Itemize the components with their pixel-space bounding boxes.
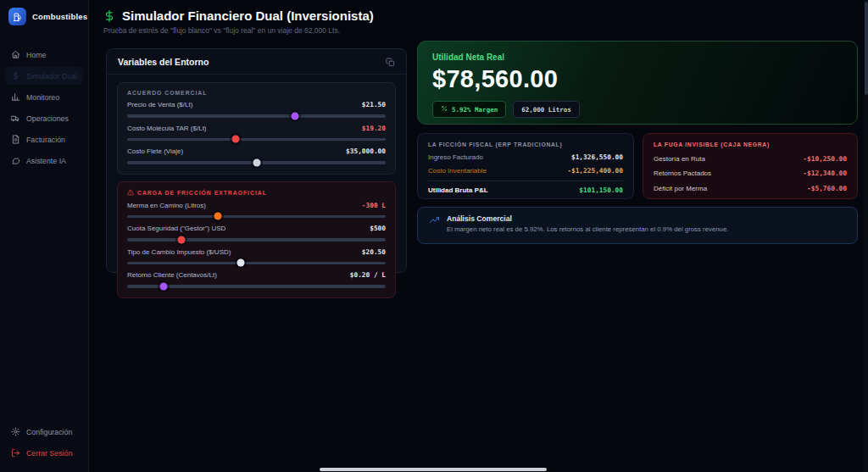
variables-panel-title: Variables del Entorno bbox=[118, 57, 209, 67]
metric-row: Ingreso Facturado$1,326,550.00 bbox=[428, 153, 623, 161]
sidebar: Combustibles HomeSimulador DualMonitoreo… bbox=[0, 0, 89, 472]
slider-group-title: ACUERDO COMERCIAL bbox=[127, 90, 386, 96]
slider-row: Costo Molécula TAR ($/Lt)$19.20 bbox=[127, 125, 386, 142]
slider-row: Retorno Cliente (Centavos/Lt)$0.20 / L bbox=[127, 271, 386, 288]
slider-label: Costo Molécula TAR ($/Lt) bbox=[127, 125, 207, 132]
chat-icon bbox=[11, 156, 20, 165]
metric-value: -$5,760.00 bbox=[807, 185, 847, 192]
scrollbar-thumb[interactable] bbox=[865, 2, 868, 95]
slider-thumb[interactable] bbox=[159, 282, 167, 290]
fuga-rows: Gestoría en Ruta-$10,250.00Retornos Pact… bbox=[654, 155, 847, 192]
gross-profit-label: Utilidad Bruta P&L bbox=[428, 186, 488, 194]
net-profit-label: Utilidad Neta Real bbox=[432, 53, 843, 62]
slider-label: Cuota Seguridad ("Gestor") USD bbox=[127, 225, 225, 232]
slider-thumb[interactable] bbox=[292, 112, 299, 119]
slider-thumb[interactable] bbox=[214, 213, 221, 220]
slider-value: $21.50 bbox=[362, 101, 386, 108]
brand-row: Combustibles bbox=[0, 0, 88, 37]
net-profit-card: Utilidad Neta Real $78,560.00 5.92% Marg… bbox=[417, 41, 858, 125]
slider-thumb[interactable] bbox=[178, 236, 186, 243]
metric-row: Déficit por Merma-$5,760.00 bbox=[654, 185, 847, 192]
slider-value: $20.50 bbox=[362, 248, 386, 256]
slider-track[interactable] bbox=[127, 285, 386, 288]
metric-row: Gestoría en Ruta-$10,250.00 bbox=[654, 155, 847, 163]
metric-row: Costo Inventariable-$1,225,400.00 bbox=[428, 167, 623, 175]
slider-track[interactable] bbox=[127, 215, 386, 219]
home-icon bbox=[11, 50, 20, 59]
margin-badge: 5.92% Margen bbox=[432, 101, 506, 118]
gross-profit-value: $101,150.00 bbox=[579, 186, 623, 194]
slider-row: Cuota Seguridad ("Gestor") USD$500 bbox=[127, 225, 386, 242]
home-indicator bbox=[320, 468, 547, 471]
metric-label: Déficit por Merma bbox=[654, 185, 707, 192]
slider-track[interactable] bbox=[127, 161, 386, 164]
analysis-body: El margen neto real es de 5.92%. Los ret… bbox=[447, 225, 728, 233]
analysis-title: Análisis Comercial bbox=[447, 214, 728, 223]
sidebar-nav: HomeSimulador DualMonitoreoOperacionesFa… bbox=[0, 37, 88, 178]
logout-icon bbox=[11, 448, 20, 458]
metric-value: -$12,340.00 bbox=[803, 169, 847, 177]
slider-group-0: ACUERDO COMERCIALPrecio de Venta ($/Lt)$… bbox=[117, 82, 396, 175]
percent-icon bbox=[441, 105, 448, 114]
liters-badge: 62,000 Litros bbox=[513, 101, 580, 118]
slider-value: $0.20 / L bbox=[350, 271, 386, 279]
metric-value: $1,326,550.00 bbox=[571, 153, 623, 161]
slider-label: Retorno Cliente (Centavos/Lt) bbox=[127, 271, 217, 279]
slider-row: Merma en Camino (Litros)-300 L bbox=[127, 202, 386, 219]
simulator-icon bbox=[11, 71, 20, 81]
fuga-panel: LA FUGA INVISIBLE (CAJA NEGRA) Gestoría … bbox=[643, 133, 858, 199]
sidebar-item-label: Facturación bbox=[26, 136, 65, 144]
fiscal-panel-title: LA FICCIÓN FISCAL (ERP TRADICIONAL) bbox=[428, 142, 623, 147]
sidebar-item-label: Configuración bbox=[26, 428, 72, 436]
metric-label: Costo Inventariable bbox=[428, 167, 487, 175]
sidebar-item-configuracion[interactable]: Configuración bbox=[5, 423, 83, 441]
metric-value: -$1,225,400.00 bbox=[567, 167, 623, 175]
sidebar-item-label: Monitoreo bbox=[26, 93, 59, 102]
net-profit-amount: $78,560.00 bbox=[432, 65, 843, 93]
slider-track[interactable] bbox=[127, 138, 386, 142]
sidebar-item-simulador[interactable]: Simulador Dual bbox=[5, 67, 83, 85]
page-header: Simulador Financiero Dual (Inversionista… bbox=[103, 8, 374, 35]
slider-thumb[interactable] bbox=[253, 158, 260, 166]
sidebar-item-label: Operaciones bbox=[26, 114, 69, 123]
sidebar-item-monitoreo[interactable]: Monitoreo bbox=[5, 88, 83, 106]
slider-thumb[interactable] bbox=[237, 259, 245, 267]
fiscal-rows: Ingreso Facturado$1,326,550.00Costo Inve… bbox=[428, 153, 623, 175]
slider-value: $500 bbox=[370, 225, 386, 232]
truck-icon bbox=[11, 114, 20, 123]
variables-panel: Variables del Entorno ACUERDO COMERCIALP… bbox=[106, 48, 407, 273]
sidebar-item-facturacion[interactable]: Facturación bbox=[5, 130, 83, 148]
page-subtitle: Prueba de estrés de "flujo blanco" vs "f… bbox=[103, 26, 374, 35]
hero-badges: 5.92% Margen62,000 Litros bbox=[432, 101, 843, 118]
metric-label: Retornos Pactados bbox=[654, 169, 711, 177]
slider-value: $35,000.00 bbox=[346, 147, 386, 155]
slider-track[interactable] bbox=[127, 114, 386, 118]
slider-track[interactable] bbox=[127, 262, 386, 265]
slider-thumb[interactable] bbox=[232, 136, 240, 143]
slider-label: Merma en Camino (Litros) bbox=[127, 202, 206, 209]
trend-up-icon bbox=[430, 215, 439, 236]
brand-name: Combustibles bbox=[32, 12, 87, 21]
divider bbox=[428, 180, 623, 181]
slider-row: Tipo de Cambio Impuesto ($/USD)$20.50 bbox=[127, 248, 386, 265]
sidebar-item-operaciones[interactable]: Operaciones bbox=[5, 109, 83, 127]
slider-track[interactable] bbox=[127, 238, 386, 242]
slider-groups: ACUERDO COMERCIALPrecio de Venta ($/Lt)$… bbox=[107, 75, 406, 306]
sidebar-item-asistente-ia[interactable]: Asistente IA bbox=[5, 152, 83, 169]
scrollbar[interactable] bbox=[864, 0, 868, 472]
simulator-page: Combustibles HomeSimulador DualMonitoreo… bbox=[0, 0, 868, 472]
metric-value: -$10,250.00 bbox=[803, 155, 847, 163]
metric-row: Retornos Pactados-$12,340.00 bbox=[654, 169, 847, 177]
analysis-panel: Análisis Comercial El margen neto real e… bbox=[417, 207, 858, 244]
copy-icon[interactable] bbox=[386, 58, 395, 67]
sidebar-footer: ConfiguraciónCerrar Sesión bbox=[0, 416, 88, 472]
slider-value: $19.20 bbox=[362, 125, 386, 132]
slider-row: Costo Flete (Viaje)$35,000.00 bbox=[127, 147, 386, 164]
slider-row: Precio de Venta ($/Lt)$21.50 bbox=[127, 101, 386, 118]
sidebar-item-home[interactable]: Home bbox=[5, 46, 83, 64]
monitor-icon bbox=[11, 92, 20, 102]
sidebar-item-cerrar-sesion[interactable]: Cerrar Sesión bbox=[5, 444, 83, 462]
invoice-icon bbox=[11, 135, 20, 144]
dollar-icon bbox=[103, 10, 115, 22]
slider-group-title: CARGA DE FRICCIÓN EXTRAOFICIAL bbox=[127, 189, 386, 197]
